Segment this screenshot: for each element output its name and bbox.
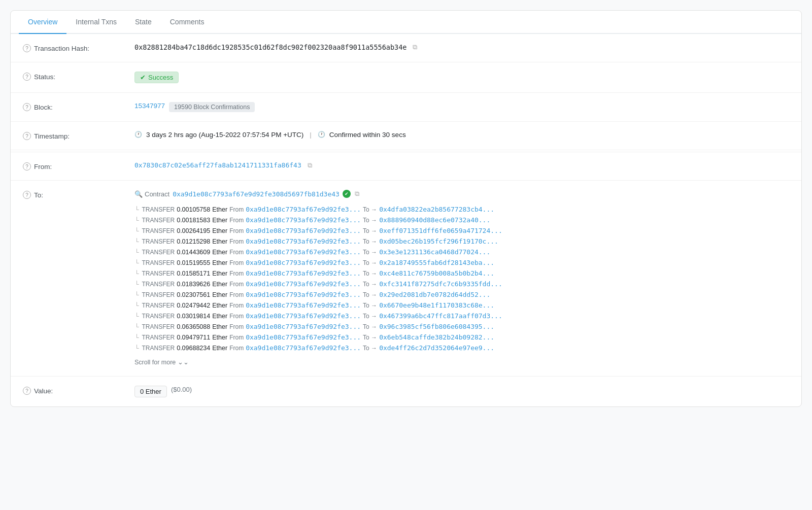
transfer-to-addr[interactable]: 0xde4ff26c2d7d352064e97ee9...: [379, 344, 494, 352]
transfer-from-addr[interactable]: 0xa9d1e08c7793af67e9d92fe3...: [246, 291, 361, 298]
transfer-amount: 0.09479711: [177, 334, 210, 341]
transfer-from-addr[interactable]: 0xa9d1e08c7793af67e9d92fe3...: [246, 280, 361, 288]
transfer-indent: └: [134, 313, 139, 320]
transfer-label: TRANSFER: [142, 334, 175, 341]
transfer-indent: └: [134, 238, 139, 245]
transfer-to-addr[interactable]: 0xfc3141f87275dfc7c6b9335fdd...: [379, 280, 502, 288]
to-label: To →: [363, 345, 377, 352]
from-label-field: ? From:: [23, 161, 134, 171]
transfer-from-addr[interactable]: 0xa9d1e08c7793af67e9d92fe3...: [246, 333, 361, 341]
transfer-row: └ TRANSFER 0.01215298 Ether From 0xa9d1e…: [134, 236, 789, 247]
transfer-indent: └: [134, 206, 139, 213]
transfer-label: TRANSFER: [142, 249, 175, 256]
transfer-to-addr[interactable]: 0x888960940d88ec6e0732a40...: [379, 216, 490, 224]
transfer-token: Ether: [212, 217, 227, 224]
help-icon-status[interactable]: ?: [23, 73, 31, 81]
transfer-token: Ether: [212, 291, 227, 298]
from-label: From: [229, 270, 244, 277]
from-label: From: [229, 227, 244, 234]
transfer-from-addr[interactable]: 0xa9d1e08c7793af67e9d92fe3...: [246, 259, 361, 266]
transfer-amount: 0.01585171: [177, 270, 210, 277]
from-label: From: [229, 334, 244, 341]
transfer-to-addr[interactable]: 0xc4e811c76759b008a5b0b2b4...: [379, 269, 494, 277]
transfer-from-addr[interactable]: 0xa9d1e08c7793af67e9d92fe3...: [246, 248, 361, 256]
tab-internal-txns[interactable]: Internal Txns: [66, 11, 126, 34]
value-row: ? Value: 0 Ether ($0.00): [11, 377, 801, 406]
transfer-to-addr[interactable]: 0xeff071351dff6fe0659a471724...: [379, 227, 502, 234]
transfer-row: └ TRANSFER 0.00264195 Ether From 0xa9d1e…: [134, 225, 789, 236]
transfer-to-addr[interactable]: 0x96c3985cf56fb806e6084395...: [379, 323, 494, 330]
transaction-hash-row: ? Transaction Hash: 0x82881284ba47c18d6d…: [11, 34, 801, 62]
clock-icon-2: 🕐: [318, 131, 325, 138]
tab-comments[interactable]: Comments: [161, 11, 214, 34]
help-icon-timestamp[interactable]: ?: [23, 132, 31, 140]
transfer-to-addr[interactable]: 0x3e3e1231136ca0468d77024...: [379, 248, 490, 256]
transfer-label: TRANSFER: [142, 313, 175, 320]
tab-state[interactable]: State: [126, 11, 161, 34]
from-address[interactable]: 0x7830c87c02e56aff27fa8ab1241711331fa86f…: [134, 161, 301, 169]
transfer-from-addr[interactable]: 0xa9d1e08c7793af67e9d92fe3...: [246, 237, 361, 245]
magnifier-icon: 🔍: [134, 190, 143, 198]
transfer-from-addr[interactable]: 0xa9d1e08c7793af67e9d92fe3...: [246, 323, 361, 330]
transfer-row: └ TRANSFER 0.02479442 Ether From 0xa9d1e…: [134, 300, 789, 311]
transfer-row: └ TRANSFER 0.09479711 Ether From 0xa9d1e…: [134, 332, 789, 343]
separator: |: [310, 131, 312, 139]
transfer-to-addr[interactable]: 0x467399a6bc47ffc817aaff07d3...: [379, 312, 502, 320]
block-value: 15347977 19590 Block Confirmations: [134, 102, 789, 112]
transfer-indent: └: [134, 249, 139, 256]
transfer-label: TRANSFER: [142, 281, 175, 288]
transfer-token: Ether: [212, 345, 227, 352]
transfer-token: Ether: [212, 302, 227, 309]
from-label: From: [229, 345, 244, 352]
to-label: To →: [363, 217, 377, 224]
tab-overview[interactable]: Overview: [19, 11, 66, 34]
transfer-from-addr[interactable]: 0xa9d1e08c7793af67e9d92fe3...: [246, 206, 361, 213]
timestamp-text: 3 days 2 hrs ago (Aug-15-2022 07:57:54 P…: [146, 131, 303, 139]
transfer-to-addr[interactable]: 0x6670ee9b48e1f1170383c68e...: [379, 301, 494, 309]
transfer-label: TRANSFER: [142, 259, 175, 266]
help-icon-value[interactable]: ?: [23, 387, 31, 395]
transfer-token: Ether: [212, 323, 227, 330]
help-icon-block[interactable]: ?: [23, 103, 31, 111]
value-usd: ($0.00): [171, 386, 192, 393]
page-container: Overview Internal Txns State Comments ? …: [10, 10, 802, 407]
copy-from-icon[interactable]: ⧉: [308, 161, 312, 169]
transfer-from-addr[interactable]: 0xa9d1e08c7793af67e9d92fe3...: [246, 301, 361, 309]
check-icon: ✔: [140, 74, 146, 81]
to-label: To →: [363, 270, 377, 277]
confirmed-within-text: Confirmed within 30 secs: [329, 131, 406, 139]
transaction-hash-label: ? Transaction Hash:: [23, 43, 134, 52]
transfer-amount: 0.00105758: [177, 206, 210, 213]
transfer-row: └ TRANSFER 0.01585171 Ether From 0xa9d1e…: [134, 268, 789, 279]
to-label: To →: [363, 227, 377, 234]
transfer-from-addr[interactable]: 0xa9d1e08c7793af67e9d92fe3...: [246, 312, 361, 320]
transfer-to-addr[interactable]: 0x29ed2081db7e0782d64dd52...: [379, 291, 490, 298]
copy-tx-hash-icon[interactable]: ⧉: [413, 43, 417, 51]
help-icon-from[interactable]: ?: [23, 162, 31, 171]
transfer-from-addr[interactable]: 0xa9d1e08c7793af67e9d92fe3...: [246, 216, 361, 224]
from-label: From: [229, 323, 244, 330]
transfer-amount: 0.06365088: [177, 323, 210, 330]
transfer-amount: 0.01839626: [177, 281, 210, 288]
transfer-amount: 0.00264195: [177, 227, 210, 234]
transfer-to-addr[interactable]: 0x4dfa03822ea2b85677283cb4...: [379, 206, 494, 213]
transfer-row: └ TRANSFER 0.00181583 Ether From 0xa9d1e…: [134, 215, 789, 225]
copy-contract-icon[interactable]: ⧉: [355, 190, 359, 198]
transfer-token: Ether: [212, 227, 227, 234]
contract-address[interactable]: 0xa9d1e08c7793af67e9d92fe308d5697fb81d3e…: [173, 190, 340, 198]
block-number[interactable]: 15347977: [134, 102, 165, 110]
transfer-amount: 0.01215298: [177, 238, 210, 245]
transfer-to-addr[interactable]: 0x2a18749555fab6df28143eba...: [379, 259, 494, 266]
timestamp-label: ? Timestamp:: [23, 131, 134, 140]
transfer-token: Ether: [212, 313, 227, 320]
help-icon-to[interactable]: ?: [23, 191, 31, 199]
transfer-to-addr[interactable]: 0x6eb548caffde382b24b09282...: [379, 333, 494, 341]
scroll-more[interactable]: Scroll for more ⌄⌄: [134, 354, 789, 370]
transfer-from-addr[interactable]: 0xa9d1e08c7793af67e9d92fe3...: [246, 269, 361, 277]
transfer-label: TRANSFER: [142, 323, 175, 330]
transfer-from-addr[interactable]: 0xa9d1e08c7793af67e9d92fe3...: [246, 344, 361, 352]
transfer-indent: └: [134, 281, 139, 288]
transfer-from-addr[interactable]: 0xa9d1e08c7793af67e9d92fe3...: [246, 227, 361, 234]
transfer-to-addr[interactable]: 0xd05bec26b195fcf296f19170c...: [379, 237, 498, 245]
help-icon-tx-hash[interactable]: ?: [23, 44, 31, 52]
